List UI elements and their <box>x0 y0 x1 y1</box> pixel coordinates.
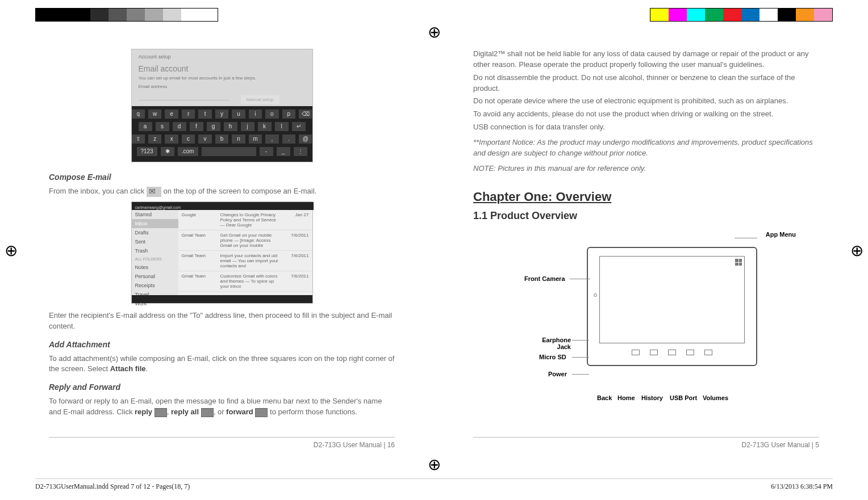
tablet-outline <box>587 247 757 366</box>
keyboard-key[interactable]: h <box>224 122 237 131</box>
keyboard-key[interactable]: - <box>260 147 273 156</box>
label-front-camera: Front Camera <box>524 275 565 282</box>
keyboard-key[interactable]: t <box>198 110 211 119</box>
manual-setup-button[interactable]: Manual setup <box>241 95 279 104</box>
keyboard-key[interactable]: w <box>148 110 161 119</box>
keyboard-key[interactable]: ↵ <box>292 122 306 131</box>
leader-line <box>572 340 589 341</box>
keyboard-key[interactable]: c <box>182 135 195 144</box>
warning-paragraph: USB connection is for data transfer only… <box>473 122 819 133</box>
chapter-heading: Chapter One: Overview <box>473 190 819 204</box>
color-swatch <box>778 9 796 21</box>
label-home: Home <box>617 394 635 401</box>
folder-item[interactable]: Trash <box>132 246 178 255</box>
keyboard-key[interactable]: g <box>207 122 220 131</box>
inbox-row[interactable]: Gmail TeamCustomize Gmail with colors an… <box>178 271 312 292</box>
reply-label: reply <box>135 407 152 416</box>
product-diagram: App Menu Front Camera Earphone Jack Micr… <box>507 230 791 406</box>
label-history: History <box>641 394 663 401</box>
keyboard-key[interactable] <box>202 147 256 156</box>
page-root: ⊕ ⊕ ⊕ ⊕ Account setup Email account You … <box>0 0 868 500</box>
keyboard-key[interactable]: j <box>241 122 254 131</box>
keyboard-key[interactable]: u <box>232 110 245 119</box>
reply-after: to perform those functions. <box>270 407 357 416</box>
leader-line <box>572 374 589 375</box>
folder-item[interactable]: Personal <box>132 272 178 281</box>
compose-heading: Compose E-mail <box>49 173 395 182</box>
keyboard-key[interactable]: ✱ <box>161 147 174 156</box>
usb-port-icon <box>686 350 694 355</box>
keyboard-key[interactable]: @ <box>299 135 312 144</box>
onscreen-keyboard[interactable]: qwertyuiop⌫asdfghjkl↵⇧zxcvbnm,.@?123✱.co… <box>132 106 312 162</box>
color-swatch <box>723 9 741 21</box>
keyboard-key[interactable]: b <box>215 135 228 144</box>
color-swatch <box>796 9 814 21</box>
print-footer-right: 6/13/2013 6:38:54 PM <box>771 482 833 491</box>
keyboard-key[interactable]: , <box>265 135 278 144</box>
reply-all-icon <box>201 408 214 417</box>
note-reference: NOTE: Pictures in this manual are for re… <box>473 163 819 174</box>
folder-item[interactable]: Sent <box>132 237 178 246</box>
label-app-menu: App Menu <box>766 231 796 238</box>
left-page-footer: D2-713G User Manual | 16 <box>49 441 395 449</box>
keyboard-key[interactable]: . <box>282 135 295 144</box>
leader-line <box>570 279 590 279</box>
keyboard-key[interactable]: z <box>148 135 161 144</box>
keyboard-key[interactable]: o <box>265 110 278 119</box>
keyboard-key[interactable]: a <box>139 122 152 131</box>
attach-before: To add attachment(s) while composing an … <box>49 354 394 373</box>
important-notice: **Important Notice: As the product may u… <box>473 137 819 159</box>
keyboard-key[interactable]: n <box>232 135 245 144</box>
color-swatch <box>72 9 90 21</box>
keyboard-key[interactable]: y <box>215 110 228 119</box>
keyboard-key[interactable]: q <box>132 110 145 119</box>
inbox-row[interactable]: GoogleChanges to Google Privacy Policy a… <box>178 210 312 230</box>
keyboard-key[interactable]: r <box>182 110 195 119</box>
folder-item[interactable]: Notes <box>132 263 178 272</box>
keyboard-key[interactable]: v <box>198 135 211 144</box>
keyboard-key[interactable]: x <box>165 135 178 144</box>
keyboard-key[interactable]: l <box>275 122 289 131</box>
warnings-list: Digital2™ shall not be held liable for a… <box>473 47 819 135</box>
keyboard-key[interactable]: ⌫ <box>299 110 312 119</box>
keyboard-key[interactable]: k <box>258 122 272 131</box>
keyboard-key[interactable]: s <box>156 122 169 131</box>
folder-item[interactable]: Drafts <box>132 228 178 237</box>
compose-intro-before: From the inbox, you can click <box>49 187 147 195</box>
attach-body: To add attachment(s) while composing an … <box>49 354 395 375</box>
keyboard-key[interactable]: p <box>282 110 295 119</box>
keyboard-key[interactable]: .com <box>178 147 198 156</box>
keyboard-key[interactable]: ⇧ <box>132 135 145 144</box>
attach-after: . <box>146 364 148 373</box>
color-swatch <box>163 9 181 21</box>
keyboard-key[interactable]: ⋮ <box>294 147 307 156</box>
inbox-row[interactable]: Gmail TeamImport your contacts and old e… <box>178 251 312 271</box>
folder-item[interactable]: Inbox <box>132 219 178 228</box>
label-microsd: Micro SD <box>539 354 566 360</box>
inbox-botbar <box>132 295 312 303</box>
keyboard-key[interactable]: f <box>190 122 203 131</box>
tablet-screen <box>599 256 745 343</box>
compose-body: Enter the recipient's E-mail address on … <box>49 310 395 332</box>
keyboard-key[interactable]: e <box>165 110 178 119</box>
right-page-footer: D2-713G User Manual | 5 <box>473 441 819 449</box>
forward-icon <box>255 408 268 417</box>
email-setup-hint: You can set up email for most accounts i… <box>139 75 306 81</box>
keyboard-key[interactable]: d <box>173 122 186 131</box>
color-calibration-bar-left <box>35 8 218 22</box>
compose-intro-after: on the top of the screen to compose an E… <box>164 187 317 195</box>
email-input[interactable] <box>139 93 229 100</box>
keyboard-key[interactable]: i <box>249 110 262 119</box>
color-swatch <box>705 9 723 21</box>
label-earphone: Earphone Jack <box>537 337 571 350</box>
inbox-row[interactable]: Gmail TeamGet Gmail on your mobile phone… <box>178 230 312 251</box>
keyboard-key[interactable]: m <box>249 135 262 144</box>
keyboard-key[interactable]: _ <box>277 147 290 156</box>
keyboard-key[interactable]: ?123 <box>137 147 157 156</box>
color-swatch <box>669 9 687 21</box>
print-footer-left: D2-713GUserManual.indd Spread 7 of 12 - … <box>35 482 190 491</box>
history-btn-icon <box>668 350 676 355</box>
folder-item[interactable]: Receipts <box>132 281 178 290</box>
forward-label: forward <box>226 407 253 416</box>
label-usb: USB Port <box>670 394 697 401</box>
